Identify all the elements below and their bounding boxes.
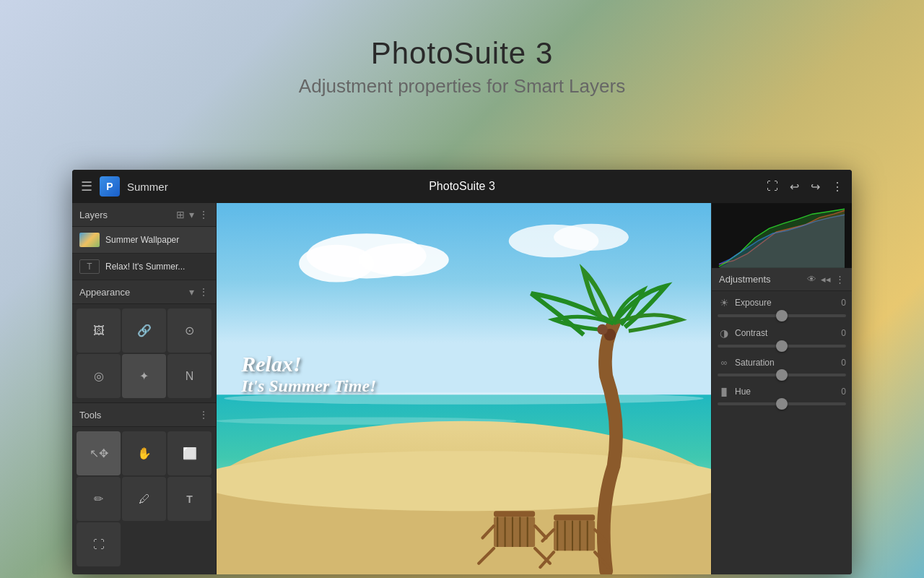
tool-crop-btn[interactable]: ⛶ [77,522,121,566]
main-content: Layers ⊞ ▾ ⋮ Summer Wallpaper T Relax! I… [72,203,852,574]
adjustments-eye-icon[interactable]: 👁 [807,274,816,285]
contrast-value: 0 [832,328,846,338]
canvas-area[interactable]: Relax! It's Summer Time! [217,203,711,574]
exposure-row: ☀ Exposure 0 [718,297,846,317]
tool-text-btn[interactable]: T [167,477,212,521]
layers-title: Layers [79,210,172,220]
appearance-globe-btn[interactable]: ◎ [77,354,121,398]
saturation-row: ∞ Saturation 0 [718,358,846,376]
tool-rect-btn[interactable]: ⬜ [167,431,212,475]
hue-label: Hue [735,387,832,397]
tool-select-btn[interactable]: ↖✥ [77,431,121,475]
contrast-icon: ◑ [718,327,731,339]
saturation-thumb[interactable] [776,369,788,381]
appearance-dropdown-icon[interactable]: ▾ [189,286,194,298]
hamburger-icon[interactable]: ☰ [81,178,92,194]
appearance-link-btn[interactable]: 🔗 [122,309,166,353]
svg-rect-14 [494,511,535,517]
left-panel: Layers ⊞ ▾ ⋮ Summer Wallpaper T Relax! I… [72,203,217,574]
layer-name: Summer Wallpaper [105,235,179,245]
tool-pen-btn[interactable]: ✏ [77,477,121,521]
histogram-area [712,203,852,268]
canvas-text-overlay: Relax! It's Summer Time! [241,352,376,396]
layers-more-icon[interactable]: ⋮ [199,209,209,220]
app-logo: P [100,176,120,197]
adjustments-content: ☀ Exposure 0 ◑ Contrast 0 [712,291,852,411]
titlebar-actions: ⛶ ↩ ↪ ⋮ [767,180,843,194]
contrast-track[interactable] [718,345,846,348]
tools-grid: ↖✥ ✋ ⬜ ✏ 🖊 T ⛶ [72,427,216,571]
appearance-n-btn[interactable]: N [167,354,212,398]
contrast-row: ◑ Contrast 0 [718,327,846,348]
tools-title: Tools [79,410,194,420]
hue-track[interactable] [718,402,846,405]
svg-rect-15 [494,517,535,547]
layers-header: Layers ⊞ ▾ ⋮ [72,203,216,227]
canvas-text-line2: It's Summer Time! [241,376,376,396]
appearance-grid: 🖼 🔗 ⊙ ◎ ✦ N [72,304,216,402]
saturation-track[interactable] [718,374,846,376]
appearance-section: Appearance ▾ ⋮ 🖼 🔗 ⊙ ◎ ✦ N [72,280,216,403]
saturation-value: 0 [832,358,846,368]
canvas-text-line1: Relax! [241,352,376,376]
adjustments-more-icon[interactable]: ⋮ [835,274,845,285]
tool-move-btn[interactable]: ✋ [122,431,166,475]
appearance-sun-btn[interactable]: ✦ [122,354,166,398]
exposure-icon: ☀ [718,297,731,309]
svg-rect-25 [554,514,595,520]
hue-icon: ▐▌ [718,388,731,396]
tools-section: Tools ⋮ ↖✥ ✋ ⬜ ✏ 🖊 T ⛶ [72,403,216,574]
hue-thumb[interactable] [776,398,788,410]
exposure-label: Exposure [735,298,832,308]
appearance-header: Appearance ▾ ⋮ [72,280,216,304]
exposure-track[interactable] [718,314,846,317]
fullscreen-icon[interactable]: ⛶ [767,180,778,193]
appearance-more-icon[interactable]: ⋮ [199,286,209,298]
appearance-circle-btn[interactable]: ⊙ [167,309,212,353]
svg-point-11 [217,451,711,511]
adjustments-header: Adjustments 👁 ◂◂ ⋮ [712,268,852,291]
contrast-label: Contrast [735,328,832,338]
more-icon[interactable]: ⋮ [832,180,843,194]
banner-title: PhotoSuite 3 [371,36,554,71]
layer-item[interactable]: Summer Wallpaper [72,227,216,254]
tools-more-icon[interactable]: ⋮ [199,409,209,420]
undo-icon[interactable]: ↩ [790,180,799,194]
svg-point-5 [554,224,629,251]
layer-text-icon: T [79,259,100,274]
layers-add-icon[interactable]: ⊞ [176,209,185,220]
title-bar: ☰ P Summer PhotoSuite 3 ⛶ ↩ ↪ ⋮ [72,170,852,203]
exposure-thumb[interactable] [776,310,788,322]
right-panel: Adjustments 👁 ◂◂ ⋮ ☀ Exposure 0 [711,203,852,574]
banner-subtitle: Adjustment properties for Smart Layers [299,75,625,98]
top-banner: PhotoSuite 3 Adjustment properties for S… [0,0,924,134]
layer-item[interactable]: T Relax! It's Summer... [72,254,216,280]
layer-name: Relax! It's Summer... [105,262,185,272]
svg-rect-26 [554,521,595,551]
appearance-image-btn[interactable]: 🖼 [77,309,121,353]
saturation-icon: ∞ [718,358,731,368]
adjustments-back-icon[interactable]: ◂◂ [821,274,831,285]
app-window: ☰ P Summer PhotoSuite 3 ⛶ ↩ ↪ ⋮ Layers ⊞… [72,170,852,574]
histogram-svg [712,203,852,268]
saturation-label: Saturation [735,358,832,368]
redo-icon[interactable]: ↪ [811,180,820,194]
app-title: PhotoSuite 3 [429,180,495,193]
svg-point-3 [359,243,449,277]
layer-thumbnail [79,233,100,247]
appearance-title: Appearance [79,287,185,298]
svg-point-13 [597,324,608,335]
tool-brush-btn[interactable]: 🖊 [122,477,166,521]
adjustments-title: Adjustments [719,274,803,285]
exposure-value: 0 [832,298,846,308]
tools-header: Tools ⋮ [72,403,216,427]
layers-dropdown-icon[interactable]: ▾ [189,209,194,220]
hue-row: ▐▌ Hue 0 [718,387,846,405]
hue-value: 0 [832,387,846,397]
contrast-thumb[interactable] [776,340,788,352]
